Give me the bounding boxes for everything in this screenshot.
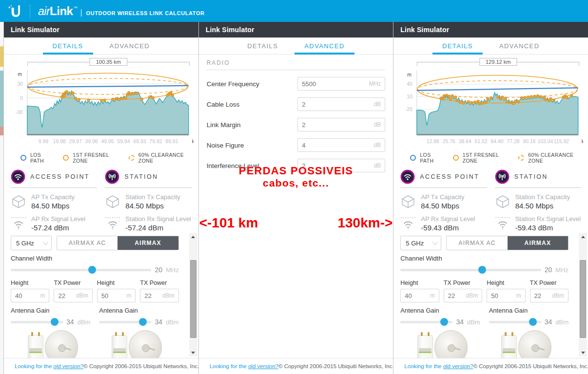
station-section: STATION Station Tx Capacity84.50 Mbps: [105, 169, 191, 232]
scrollbar[interactable]: [579, 233, 587, 356]
tab-details[interactable]: DETAILS: [432, 37, 483, 54]
slider-thumb[interactable]: [88, 266, 96, 274]
advanced-form: RADIO Center Frequency 5500MHz Cable Los…: [199, 55, 393, 358]
band-select[interactable]: 5 GHz: [400, 236, 441, 250]
airmax-ac-button[interactable]: AIRMAX AC: [57, 236, 118, 250]
slider-thumb[interactable]: [51, 318, 59, 326]
svg-text:90.16: 90.16: [523, 139, 536, 144]
panel-footer: Looking for the old version? © Copyright…: [4, 358, 198, 374]
brand-air: air: [38, 5, 50, 18]
ap-tx-capacity: AP Tx Capacity84.50 Mbps: [11, 193, 97, 210]
station-tx-power-input[interactable]: 22dBm: [530, 289, 568, 302]
ap-tx-power-input[interactable]: 22dBm: [444, 289, 482, 302]
ap-height-input[interactable]: 40m: [400, 289, 439, 302]
signal-level-icon: [495, 216, 510, 230]
tab-details[interactable]: DETAILS: [237, 37, 288, 54]
channel-width-slider[interactable]: 20 MHz: [400, 266, 568, 274]
ap-height-input[interactable]: 40m: [11, 289, 49, 302]
svg-text:m: m: [18, 72, 22, 77]
scroll-thumb[interactable]: [190, 260, 196, 338]
clearance-zone-icon: [129, 155, 135, 161]
scrollbar[interactable]: [189, 233, 197, 356]
station-height-input[interactable]: 50m: [487, 289, 525, 302]
airmax-ac-button[interactable]: AIRMAX AC: [447, 236, 507, 250]
tab-advanced[interactable]: ADVANCED: [294, 37, 354, 54]
airmax-button[interactable]: AIRMAX: [508, 236, 568, 250]
old-version-link[interactable]: Looking for the old version?: [210, 363, 278, 369]
ap-antenna-gain-slider[interactable]: 34dBm: [11, 318, 90, 326]
antenna-gain-section: Antenna Gain 34dBm Antenna Gain 34dBm: [11, 307, 179, 326]
rocketdish-image: [434, 330, 468, 358]
access-point-icon: [11, 169, 25, 184]
station-rx-signal: Station Rx Signal Level-59.43 dBm: [495, 215, 581, 232]
elevation-chart: 300-30m9.9919.9829.9739.9649.9559.9469.9…: [10, 68, 194, 149]
scroll-thumb[interactable]: [580, 260, 586, 338]
channel-width-label: Channel Width: [400, 255, 568, 262]
scroll-up-arrow[interactable]: [189, 233, 197, 241]
airmax-button[interactable]: AIRMAX: [118, 236, 178, 250]
station-antenna-gain-slider[interactable]: 34dBm: [489, 318, 568, 326]
station-tx-capacity: Station Tx Capacity84.50 Mbps: [105, 193, 191, 210]
slider-thumb[interactable]: [529, 318, 537, 326]
svg-text:30: 30: [17, 81, 23, 87]
link-margin-input[interactable]: 2dB: [297, 118, 385, 131]
station-section: STATION Station Tx Capacity84.50 Mbps: [495, 169, 581, 232]
slider-thumb[interactable]: [440, 318, 448, 326]
copyright-text: © Copyright 2006-2015 Ubiquiti Networks,…: [83, 363, 199, 369]
legend-fresnel-zone: 1ST FRESNEL ZONE: [63, 152, 117, 164]
tab-details[interactable]: DETAILS: [43, 37, 93, 54]
panel-middle: Link Simulator DETAILS ADVANCED RADIO Ce…: [198, 22, 393, 374]
old-version-link[interactable]: Looking for the old version?: [404, 363, 473, 369]
svg-text:10: 10: [407, 94, 413, 99]
svg-text:49.95: 49.95: [101, 139, 114, 144]
channel-width-slider[interactable]: 20 MHz: [11, 266, 179, 274]
slider-thumb[interactable]: [478, 266, 486, 274]
ap-antenna-gain-slider[interactable]: 34dBm: [400, 318, 480, 326]
access-point-header: ACCESS POINT: [400, 169, 487, 188]
form-row: Noise Figure 4dB: [207, 138, 386, 152]
tab-advanced[interactable]: ADVANCED: [100, 37, 159, 54]
slider-track[interactable]: [400, 269, 541, 271]
distance-label: 100.35 km: [90, 58, 127, 66]
tab-advanced[interactable]: ADVANCED: [490, 37, 549, 54]
chevron-down-icon: [432, 240, 438, 245]
height-power-fields: Height40m TX Power22dBm Height50m TX Pow…: [11, 280, 179, 302]
app-header: air Link ™ | OUTDOOR WIRELESS LINK CALCU…: [0, 0, 588, 22]
slider-thumb[interactable]: [139, 318, 147, 326]
capacity-cube-icon: [495, 194, 510, 209]
form-row: Cable Loss 2dB: [207, 97, 386, 111]
brand-trademark: ™: [73, 4, 77, 10]
link-profile-block: 100.35 km 300-30m9.9919.9829.9739.9649.9…: [4, 55, 198, 167]
ap-tx-power-input[interactable]: 22dBm: [54, 289, 92, 302]
access-point-header: ACCESS POINT: [11, 169, 97, 188]
rocketdish-image: [45, 330, 78, 358]
station-height-input[interactable]: 50m: [97, 289, 136, 302]
station-antenna-gain-slider[interactable]: 34dBm: [99, 318, 178, 326]
ap-product: ROCKET M52: [11, 330, 95, 358]
old-version-link[interactable]: Looking for the old version?: [15, 363, 83, 369]
channel-width-label: Channel Width: [11, 255, 179, 262]
rocketdish-image: [518, 330, 551, 358]
distance-label: 129.12 km: [479, 58, 517, 66]
slider-track[interactable]: [11, 269, 151, 271]
noise-figure-input[interactable]: 4dB: [297, 138, 385, 152]
distance-bracket: 100.35 km: [27, 57, 190, 68]
los-path-icon: [410, 155, 416, 161]
scroll-down-arrow[interactable]: [579, 349, 587, 356]
brand-link: Link: [50, 4, 73, 18]
device-controls: 5 GHz AIRMAX AC AIRMAX Channel Width 20 …: [4, 232, 198, 358]
ubiquiti-logo[interactable]: [8, 4, 21, 18]
scroll-down-arrow[interactable]: [189, 349, 197, 356]
station-header: STATION: [495, 169, 581, 188]
svg-text:40: 40: [407, 81, 413, 87]
svg-text:69.93: 69.93: [133, 139, 146, 144]
station-product: ROCKET M52: [485, 330, 568, 358]
clearance-zone-icon: [518, 155, 524, 161]
center-frequency-input[interactable]: 5500MHz: [297, 77, 385, 91]
panel-footer: Looking for the old version? © Copyright…: [393, 358, 588, 374]
station-tx-power-input[interactable]: 22dBm: [140, 289, 178, 302]
band-select[interactable]: 5 GHz: [11, 236, 52, 250]
airmax-toggle: AIRMAX AC AIRMAX: [446, 236, 568, 250]
scroll-up-arrow[interactable]: [579, 233, 587, 241]
cable-loss-input[interactable]: 2dB: [297, 97, 385, 111]
